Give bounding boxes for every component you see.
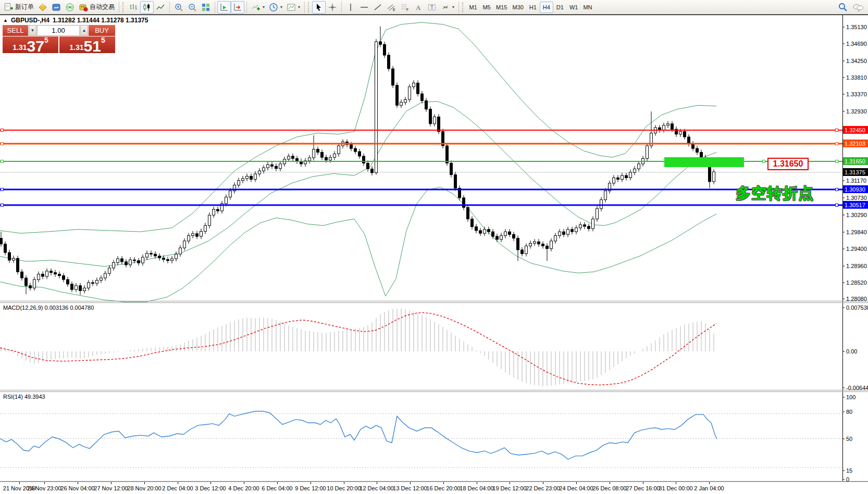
channel-button[interactable]: E xyxy=(385,1,398,14)
timeframe-m5-button[interactable]: M5 xyxy=(480,2,493,13)
chevron-down-icon[interactable]: ▾ xyxy=(280,5,282,9)
timeframe-m15-button[interactable]: M15 xyxy=(493,2,510,13)
svg-text:E: E xyxy=(393,8,395,11)
price-axis[interactable]: 1.351301.346901.342501.338101.333701.329… xyxy=(842,24,868,302)
svg-text:1.33810: 1.33810 xyxy=(846,74,867,81)
chevron-down-icon[interactable]: ▾ xyxy=(298,5,300,9)
templates-button[interactable]: ▾ xyxy=(284,1,302,14)
timeframe-h1-button[interactable]: H1 xyxy=(526,2,540,13)
bollinger-lower xyxy=(0,187,716,302)
indicators-button[interactable]: ▾ xyxy=(249,1,267,14)
macd-panel[interactable]: 0.0075380.00-0.006446 xyxy=(0,305,868,391)
trendline-button[interactable] xyxy=(371,1,385,14)
time-tick xyxy=(643,482,643,484)
time-tick xyxy=(344,482,344,484)
buy-button[interactable]: BUY xyxy=(89,25,115,36)
timeframe-m1-button[interactable]: M1 xyxy=(466,2,480,13)
time-label: 28 Nov 20:00 xyxy=(127,485,161,491)
channel-icon: E xyxy=(387,3,396,12)
hline-button[interactable] xyxy=(357,1,371,14)
hline-1.3245[interactable] xyxy=(0,129,842,132)
new-order-button[interactable]: 新订单 xyxy=(2,1,36,14)
label-button[interactable]: T xyxy=(425,1,439,14)
broadcast-button[interactable] xyxy=(63,1,77,14)
volume-input[interactable]: 1.00 xyxy=(37,25,80,36)
shapes-button[interactable]: ▾ xyxy=(439,1,456,14)
chevron-down-icon[interactable]: ▾ xyxy=(263,5,265,9)
buy-price-button[interactable]: 1.31 51 5 xyxy=(59,36,115,53)
time-axis[interactable]: 21 Nov 201924 Nov 23:0026 Nov 04:0027 No… xyxy=(0,482,868,494)
bar-chart-button[interactable] xyxy=(127,1,140,14)
crosshair-button[interactable] xyxy=(326,1,339,14)
timeframe-d1-button[interactable]: D1 xyxy=(553,2,567,13)
toolbar-drag-handle[interactable] xyxy=(308,2,309,12)
time-label: 19 Dec 12:00 xyxy=(492,485,526,491)
chart-window[interactable]: 1.351301.346901.342501.338101.333701.329… xyxy=(0,15,868,494)
svg-text:50: 50 xyxy=(846,436,852,442)
toolbar-separator xyxy=(119,2,119,13)
chinese-note-text[interactable]: 多空转折点 xyxy=(736,183,814,204)
bollinger-upper xyxy=(0,22,716,233)
chart-shift-button[interactable] xyxy=(231,1,244,14)
hline-1.32103[interactable] xyxy=(0,143,842,145)
price-annotation-label[interactable]: 1.31650 xyxy=(767,158,809,170)
candles-icon xyxy=(142,3,152,12)
template-icon xyxy=(287,3,296,12)
time-label: 6 Dec 04:00 xyxy=(262,485,292,491)
time-tick xyxy=(410,482,411,484)
periods-button[interactable]: ▾ xyxy=(267,1,284,14)
sell-price-pip: 5 xyxy=(44,36,48,44)
svg-text:100: 100 xyxy=(846,394,855,400)
fibo-icon: F xyxy=(400,3,410,12)
toolbar-drag-handle[interactable] xyxy=(462,2,464,12)
time-label: 2 Dec 04:00 xyxy=(162,485,193,491)
tile-windows-button[interactable] xyxy=(199,1,213,14)
text-button[interactable]: A xyxy=(412,1,425,14)
timeframe-mn-button[interactable]: MN xyxy=(580,2,594,13)
cursor-button[interactable] xyxy=(312,1,326,14)
green-zone-rectangle[interactable] xyxy=(664,157,744,167)
zoom-in-button[interactable] xyxy=(172,1,185,14)
line-chart-button[interactable] xyxy=(154,1,167,14)
volume-decrease-button[interactable]: ▼ xyxy=(29,25,36,36)
sell-price-button[interactable]: 1.31 37 5 xyxy=(3,36,58,53)
hline-1.3093[interactable] xyxy=(0,188,842,191)
sell-button[interactable]: SELL xyxy=(3,25,28,36)
chevron-down-icon[interactable]: ▾ xyxy=(452,5,454,9)
fibo-button[interactable]: F xyxy=(398,1,412,14)
zoom-out-button[interactable] xyxy=(185,1,199,14)
svg-text:-0.006446: -0.006446 xyxy=(846,385,868,391)
search-icon xyxy=(838,2,848,12)
bars-icon xyxy=(129,3,138,12)
time-label: 10 Dec 20:00 xyxy=(327,485,361,491)
market-button[interactable] xyxy=(36,1,49,14)
time-tick xyxy=(543,482,543,484)
vline-button[interactable] xyxy=(344,1,357,14)
cursor-icon xyxy=(314,3,324,12)
autoscroll-button[interactable] xyxy=(217,1,231,14)
svg-text:0.007538: 0.007538 xyxy=(846,305,868,311)
toolbar-drag-handle[interactable] xyxy=(122,2,124,12)
autotrade-button[interactable]: 自动交易 xyxy=(77,1,117,14)
timeframe-w1-button[interactable]: W1 xyxy=(567,2,581,13)
indicator-add-icon xyxy=(251,3,261,12)
price-chart-canvas[interactable]: 1.351301.346901.342501.338101.333701.329… xyxy=(0,15,868,494)
autoscroll-icon xyxy=(219,3,229,12)
svg-text:1.31170: 1.31170 xyxy=(846,178,866,184)
hline-1.30517[interactable] xyxy=(0,204,842,207)
candle-chart-button[interactable] xyxy=(140,1,154,14)
timeframe-h4-button[interactable]: H4 xyxy=(540,2,553,13)
time-tick xyxy=(477,482,477,484)
collapse-trade-panel-icon[interactable]: ▲ xyxy=(3,18,8,23)
timeframe-m30-button[interactable]: M30 xyxy=(510,2,526,13)
toolbar-separator xyxy=(246,2,247,13)
signals-button[interactable] xyxy=(49,1,63,14)
time-tick xyxy=(311,482,311,484)
rsi-panel[interactable]: 1008050150 xyxy=(0,394,855,483)
volume-increase-button[interactable]: ▲ xyxy=(80,25,88,36)
chat-button[interactable] xyxy=(850,1,866,14)
svg-text:1.30730: 1.30730 xyxy=(846,195,867,201)
vline-icon xyxy=(346,3,355,12)
gold-gem-icon xyxy=(38,3,47,12)
search-button[interactable] xyxy=(836,1,850,14)
